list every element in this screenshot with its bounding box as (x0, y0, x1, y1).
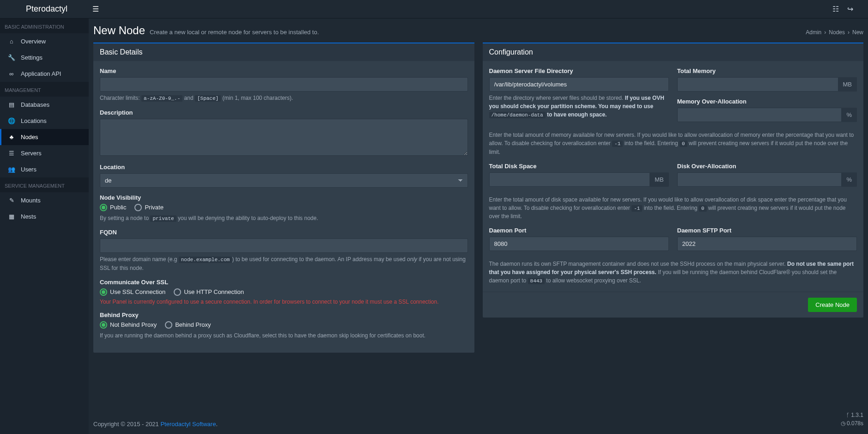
visibility-private-radio[interactable]: Private (134, 204, 163, 211)
visibility-public-radio[interactable]: Public (100, 204, 126, 211)
sidebar-section-basic: BASIC ADMINISTRATION (0, 18, 89, 33)
server-icon: ☰ (8, 150, 15, 157)
breadcrumb-nodes[interactable]: Nodes (829, 29, 845, 36)
breadcrumb: Admin› Nodes› New (806, 29, 863, 36)
sftp-port-input[interactable] (677, 237, 857, 251)
sidebar-item-label: Nodes (21, 134, 38, 141)
daemon-port-input[interactable] (489, 237, 669, 251)
breadcrumb-current: New (852, 29, 863, 36)
sidebar-item-users[interactable]: 👥Users (0, 161, 89, 177)
ssl-http-radio[interactable]: Use HTTP Connection (174, 288, 244, 296)
logout-icon[interactable]: ↪ (847, 5, 853, 13)
sidebar-item-mounts[interactable]: ✎Mounts (0, 192, 89, 208)
wrench-icon: 🔧 (8, 54, 15, 61)
port-help: The daemon runs its own SFTP management … (489, 260, 857, 285)
total-disk-label: Total Disk Space (489, 163, 669, 170)
mb-addon: MB (650, 172, 669, 187)
radio-unchecked-icon (134, 204, 142, 211)
copyright-text: Copyright © 2015 - 2021 (93, 421, 160, 428)
sidebar-item-api[interactable]: ∞Application API (0, 66, 89, 82)
brand[interactable]: Pterodactyl (6, 4, 89, 14)
sidebar-item-servers[interactable]: ☰Servers (0, 145, 89, 161)
proxy-help: If you are running the daemon behind a p… (100, 331, 468, 340)
radio-unchecked-icon (174, 288, 181, 296)
fqdn-help: Please enter domain name (e.g node.examp… (100, 255, 468, 272)
name-label: Name (100, 67, 468, 74)
disk-over-input[interactable] (677, 172, 842, 187)
disk-help: Enter the total amount of disk space ava… (489, 196, 857, 221)
sidebar-item-label: Databases (21, 101, 49, 108)
database-icon: ▤ (8, 101, 15, 108)
visibility-label: Node Visibility (100, 194, 468, 201)
sidebar-item-overview[interactable]: ⌂Overview (0, 33, 89, 49)
globe-icon: 🌐 (8, 117, 15, 124)
sidebar-item-label: Locations (21, 117, 47, 124)
basic-details-header: Basic Details (93, 43, 474, 61)
sidebar-item-databases[interactable]: ▤Databases (0, 97, 89, 113)
radio-unchecked-icon (165, 321, 172, 329)
radio-checked-icon (100, 288, 107, 296)
configuration-box: Configuration Daemon Server File Directo… (483, 43, 864, 318)
sidebar-item-nodes[interactable]: ♣Nodes (0, 129, 89, 145)
location-label: Location (100, 164, 468, 171)
sidebar-item-label: Users (21, 166, 36, 173)
sidebar-item-label: Overview (21, 38, 46, 45)
sidebar-item-nests[interactable]: ▦Nests (0, 208, 89, 225)
proxy-not-radio[interactable]: Not Behind Proxy (100, 321, 157, 329)
memory-help: Enter the total amount of memory availab… (489, 131, 857, 156)
pct-addon: % (842, 108, 857, 122)
daemon-dir-input[interactable] (489, 77, 669, 92)
pterodactyl-link[interactable]: Pterodactyl Software (160, 421, 216, 428)
memory-over-input[interactable] (677, 108, 842, 122)
th-large-icon: ▦ (8, 213, 15, 220)
sidebar-item-label: Servers (21, 150, 42, 157)
pct-addon: % (842, 172, 857, 187)
clock-icon: ◷ (841, 420, 847, 427)
fqdn-input[interactable] (100, 238, 468, 253)
create-node-button[interactable]: Create Node (808, 298, 857, 312)
daemon-dir-label: Daemon Server File Directory (489, 67, 669, 74)
sidebar-section-management: MANAGEMENT (0, 82, 89, 97)
page-title: New Node (93, 24, 145, 37)
mb-addon: MB (838, 77, 857, 92)
sidebar-item-label: Nests (21, 213, 36, 220)
footer: Copyright © 2015 - 2021 Pterodactyl Soft… (89, 404, 868, 434)
configuration-header: Configuration (483, 43, 864, 61)
ssl-use-radio[interactable]: Use SSL Connection (100, 288, 165, 296)
description-input[interactable] (100, 119, 468, 156)
branch-icon: ᚶ (846, 412, 851, 418)
total-memory-input[interactable] (677, 77, 838, 92)
location-select[interactable]: de (100, 173, 468, 188)
total-memory-label: Total Memory (677, 67, 857, 74)
sidebar-item-label: Application API (21, 70, 61, 77)
radio-checked-icon (100, 321, 107, 329)
server-list-icon[interactable]: ☷ (832, 5, 839, 13)
proxy-yes-radio[interactable]: Behind Proxy (165, 321, 211, 329)
visibility-help: By setting a node to private you will be… (100, 214, 468, 223)
sitemap-icon: ♣ (8, 134, 15, 141)
memory-over-label: Memory Over-Allocation (677, 98, 857, 105)
breadcrumb-admin[interactable]: Admin (806, 29, 821, 36)
gamepad-icon: ∞ (8, 70, 15, 77)
users-icon: 👥 (8, 166, 15, 173)
basic-details-box: Basic Details Name Character limits: a-z… (93, 43, 474, 353)
fqdn-label: FQDN (100, 229, 468, 236)
sidebar-item-locations[interactable]: 🌐Locations (0, 113, 89, 129)
proxy-label: Behind Proxy (100, 312, 468, 318)
sidebar-item-settings[interactable]: 🔧Settings (0, 49, 89, 66)
name-input[interactable] (100, 77, 468, 92)
ssl-label: Communicate Over SSL (100, 279, 468, 286)
time-text: 0.078s (847, 420, 863, 427)
sidebar: BASIC ADMINISTRATION ⌂Overview 🔧Settings… (0, 18, 89, 434)
total-disk-input[interactable] (489, 172, 650, 187)
radio-checked-icon (100, 204, 107, 211)
sidebar-item-label: Settings (21, 54, 42, 61)
page-subtitle: Create a new local or remote node for se… (150, 29, 319, 36)
ssl-warning: Your Panel is currently configured to us… (100, 299, 468, 305)
home-icon: ⌂ (8, 38, 15, 45)
daemon-port-label: Daemon Port (489, 227, 669, 234)
disk-over-label: Disk Over-Allocation (677, 163, 857, 170)
menu-toggle-icon[interactable]: ☰ (89, 5, 103, 13)
sftp-port-label: Daemon SFTP Port (677, 227, 857, 234)
version-text: 1.3.1 (851, 412, 863, 418)
